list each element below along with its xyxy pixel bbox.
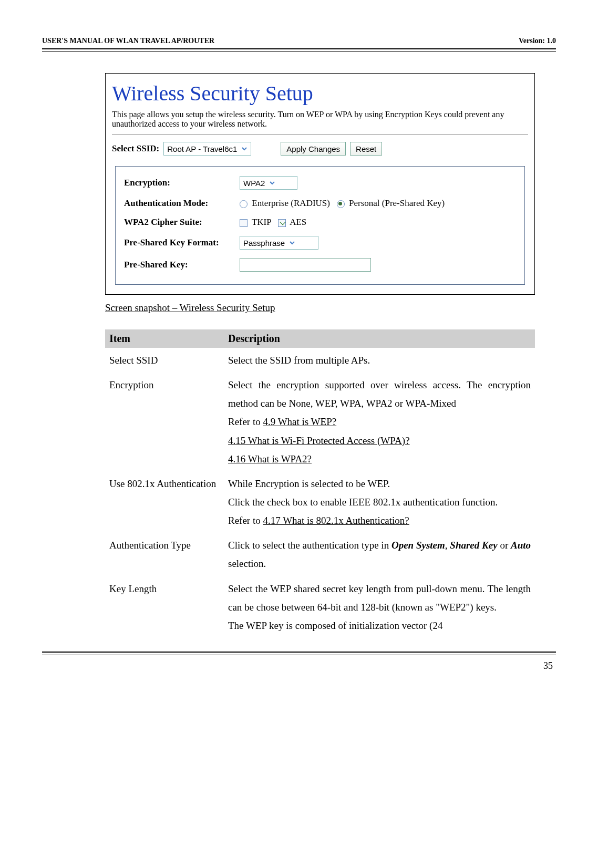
- radio-personal[interactable]: [337, 200, 345, 208]
- header-left: USER'S MANUAL OF WLAN TRAVEL AP/ROUTER: [42, 37, 214, 45]
- item-cell: Select SSID: [105, 348, 224, 373]
- psk-format-value: Passphrase: [243, 239, 285, 247]
- settings-box: Encryption: WPA2 Authentication Mode: En…: [115, 166, 525, 285]
- desc-cell: Select the WEP shared secret key length …: [224, 576, 535, 638]
- panel-divider: [112, 134, 528, 135]
- checkbox-aes[interactable]: [278, 219, 286, 227]
- figure-caption: Screen snapshot – Wireless Security Setu…: [105, 302, 535, 314]
- chevron-down-icon: [240, 144, 249, 153]
- auth-mode-label: Authentication Mode:: [124, 198, 240, 209]
- link-wpa2[interactable]: 4.16 What is WPA2?: [228, 453, 312, 464]
- ssid-value: Root AP - Travel6c1: [167, 144, 237, 153]
- link-8021x[interactable]: 4.17 What is 802.1x Authentication?: [263, 515, 409, 526]
- item-cell: Encryption: [105, 373, 224, 471]
- radio-personal-label: Personal (Pre-Shared Key): [349, 198, 445, 208]
- security-setup-panel: Wireless Security Setup This page allows…: [105, 73, 535, 295]
- psk-key-input[interactable]: [240, 258, 371, 272]
- desc-cell: Select the SSID from multiple APs.: [224, 348, 535, 373]
- description-table: Item Description Select SSID Select the …: [105, 329, 535, 638]
- panel-description: This page allows you setup the wireless …: [112, 110, 528, 129]
- item-cell: Use 802.1x Authentication: [105, 471, 224, 533]
- header-right: Version: 1.0: [519, 37, 556, 45]
- encryption-value: WPA2: [243, 179, 265, 188]
- psk-format-label: Pre-Shared Key Format:: [124, 237, 240, 248]
- table-row: Key Length Select the WEP shared secret …: [105, 576, 535, 638]
- table-row: Encryption Select the encryption support…: [105, 373, 535, 471]
- header-divider: [42, 48, 556, 52]
- col-item: Item: [105, 329, 224, 348]
- item-cell: Key Length: [105, 576, 224, 638]
- page-number: 35: [42, 660, 556, 671]
- table-row: Authentication Type Click to select the …: [105, 533, 535, 576]
- select-ssid-label: Select SSID:: [112, 143, 159, 154]
- panel-title: Wireless Security Setup: [112, 81, 528, 106]
- chevron-down-icon: [268, 179, 276, 187]
- col-desc: Description: [224, 329, 535, 348]
- desc-cell: Select the encryption supported over wir…: [224, 373, 535, 471]
- table-row: Select SSID Select the SSID from multipl…: [105, 348, 535, 373]
- psk-key-label: Pre-Shared Key:: [124, 260, 240, 270]
- chevron-down-icon: [288, 239, 296, 247]
- encryption-select[interactable]: WPA2: [240, 176, 297, 190]
- radio-enterprise[interactable]: [240, 200, 248, 208]
- ssid-select[interactable]: Root AP - Travel6c1: [163, 142, 251, 156]
- table-row: Use 802.1x Authentication While Encrypti…: [105, 471, 535, 533]
- checkbox-tkip[interactable]: [240, 219, 248, 227]
- link-wpa[interactable]: 4.15 What is Wi-Fi Protected Access (WPA…: [228, 435, 410, 446]
- link-wep[interactable]: 4.9 What is WEP?: [263, 416, 336, 427]
- radio-enterprise-label: Enterprise (RADIUS): [252, 198, 330, 208]
- reset-button[interactable]: Reset: [350, 142, 382, 156]
- desc-cell: While Encryption is selected to be WEP. …: [224, 471, 535, 533]
- psk-format-select[interactable]: Passphrase: [240, 236, 318, 250]
- apply-changes-button[interactable]: Apply Changes: [281, 142, 346, 156]
- footer-divider: [42, 652, 556, 655]
- checkbox-aes-label: AES: [290, 217, 306, 227]
- checkbox-tkip-label: TKIP: [252, 217, 271, 227]
- encryption-label: Encryption:: [124, 178, 240, 188]
- cipher-label: WPA2 Cipher Suite:: [124, 217, 240, 228]
- item-cell: Authentication Type: [105, 533, 224, 576]
- desc-cell: Click to select the authentication type …: [224, 533, 535, 576]
